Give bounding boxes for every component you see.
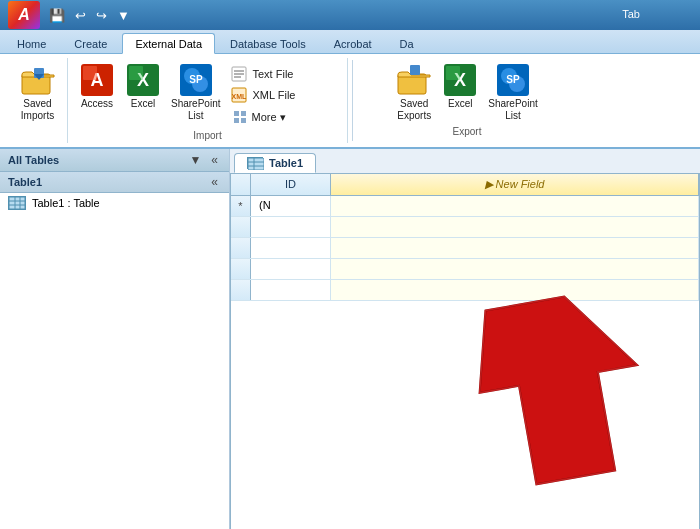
tab-da[interactable]: Da bbox=[387, 33, 427, 53]
excel-button[interactable]: X Excel bbox=[122, 60, 164, 112]
svg-rect-38 bbox=[248, 158, 264, 170]
svg-text:SP: SP bbox=[189, 74, 203, 85]
grid-row-empty-4 bbox=[231, 280, 699, 301]
ribbon-body: SavedImports A Access bbox=[0, 54, 700, 149]
xml-file-icon: XML bbox=[230, 86, 248, 104]
tab-table-icon bbox=[247, 157, 263, 169]
datasheet-tab-label: Table1 bbox=[269, 157, 303, 169]
svg-rect-20 bbox=[241, 111, 246, 116]
new-field-label: New Field bbox=[496, 178, 545, 190]
grid-header-id: ID bbox=[251, 174, 331, 195]
datasheet-tab-table1[interactable]: Table1 bbox=[234, 153, 316, 173]
datasheet-area: Table1 ID ▶ New Field * (N bbox=[230, 149, 700, 529]
text-file-label: Text File bbox=[252, 68, 293, 80]
sharepoint-button[interactable]: SP SharePointList bbox=[168, 60, 223, 124]
text-file-icon bbox=[230, 65, 248, 83]
import-group: A Access X Excel bbox=[68, 58, 348, 143]
datasheet-tabs: Table1 bbox=[230, 149, 700, 173]
nav-section-collapse[interactable]: « bbox=[208, 175, 221, 189]
grid-cell-empty-id-3[interactable] bbox=[251, 259, 331, 279]
row-indicator-empty-3 bbox=[231, 259, 251, 279]
nav-item-table1[interactable]: Table1 : Table bbox=[0, 193, 229, 213]
excel-import-label: Excel bbox=[131, 98, 155, 110]
saved-exports-icon bbox=[396, 62, 432, 98]
grid-cell-id[interactable]: (N bbox=[251, 196, 331, 216]
grid-cell-new[interactable] bbox=[331, 196, 699, 216]
sharepoint-icon: SP bbox=[178, 62, 214, 98]
saved-exports-label: SavedExports bbox=[397, 98, 431, 122]
grid-row-empty-1 bbox=[231, 217, 699, 238]
datasheet-grid: ID ▶ New Field * (N bbox=[230, 173, 700, 529]
tab-acrobat[interactable]: Acrobat bbox=[321, 33, 385, 53]
nav-filter-btn[interactable]: ▼ bbox=[186, 153, 204, 167]
svg-rect-8 bbox=[129, 66, 143, 80]
svg-rect-28 bbox=[446, 66, 460, 80]
export-group: SavedExports X Excel bbox=[357, 58, 577, 143]
undo-btn[interactable]: ↩ bbox=[72, 6, 89, 25]
export-label: Export bbox=[365, 126, 569, 137]
saved-exports-button[interactable]: SavedExports bbox=[393, 60, 435, 124]
nav-section-title: Table1 bbox=[8, 176, 42, 188]
svg-rect-5 bbox=[83, 66, 97, 80]
saved-imports-button[interactable]: SavedImports bbox=[17, 60, 59, 124]
access-label: Access bbox=[81, 98, 113, 110]
nav-controls: ▼ « bbox=[186, 153, 221, 167]
saved-imports-content: SavedImports bbox=[17, 60, 59, 139]
grid-row-empty-2 bbox=[231, 238, 699, 259]
row-indicator-empty bbox=[231, 217, 251, 237]
grid-cell-empty-new-3[interactable] bbox=[331, 259, 699, 279]
grid-cell-empty-id-4[interactable] bbox=[251, 280, 331, 300]
text-file-button[interactable]: Text File bbox=[227, 64, 298, 84]
title-bar-left: A 💾 ↩ ↪ ▼ bbox=[8, 1, 133, 29]
excel-export-icon: X bbox=[442, 62, 478, 98]
tab-create[interactable]: Create bbox=[61, 33, 120, 53]
nav-pane: All Tables ▼ « Table1 « Table1 : Table bbox=[0, 149, 230, 529]
ribbon-divider bbox=[352, 60, 353, 141]
svg-rect-25 bbox=[410, 65, 420, 75]
more-icon bbox=[231, 108, 249, 126]
tab-database-tools[interactable]: Database Tools bbox=[217, 33, 319, 53]
window-title: Tab bbox=[622, 8, 640, 20]
grid-cell-empty-new-4[interactable] bbox=[331, 280, 699, 300]
more-button[interactable]: More ▾ bbox=[227, 106, 298, 128]
nav-section-table1: Table1 « bbox=[0, 172, 229, 193]
svg-rect-22 bbox=[241, 118, 246, 123]
row-indicator-empty-4 bbox=[231, 280, 251, 300]
nav-item-table1-label: Table1 : Table bbox=[32, 197, 100, 209]
sharepoint-import-label: SharePointList bbox=[171, 98, 220, 122]
grid-cell-empty-new[interactable] bbox=[331, 217, 699, 237]
grid-row-empty-3 bbox=[231, 259, 699, 280]
grid-cell-empty-id-2[interactable] bbox=[251, 238, 331, 258]
excel-export-label: Excel bbox=[448, 98, 472, 110]
grid-cell-empty-new-2[interactable] bbox=[331, 238, 699, 258]
sharepoint-export-icon: SP bbox=[495, 62, 531, 98]
grid-row-new: * (N bbox=[231, 196, 699, 217]
svg-rect-19 bbox=[234, 111, 239, 116]
table-icon bbox=[8, 196, 26, 210]
excel-export-button[interactable]: X Excel bbox=[439, 60, 481, 112]
sharepoint-export-button[interactable]: SP SharePointList bbox=[485, 60, 540, 124]
saved-imports-label: SavedImports bbox=[21, 98, 54, 122]
more-label: More ▾ bbox=[251, 111, 285, 124]
svg-rect-33 bbox=[9, 197, 25, 209]
nav-title: All Tables bbox=[8, 154, 59, 166]
saved-imports-icon bbox=[20, 62, 56, 98]
tab-external-data[interactable]: External Data bbox=[122, 33, 215, 54]
excel-icon: X bbox=[125, 62, 161, 98]
row-indicator-empty-2 bbox=[231, 238, 251, 258]
saved-imports-group: SavedImports bbox=[8, 58, 68, 143]
xml-file-button[interactable]: XML XML File bbox=[227, 85, 298, 105]
dropdown-btn[interactable]: ▼ bbox=[114, 6, 133, 25]
office-button[interactable]: A bbox=[8, 1, 40, 29]
sharepoint-export-label: SharePointList bbox=[488, 98, 537, 122]
quick-access-toolbar: 💾 ↩ ↪ ▼ bbox=[46, 6, 133, 25]
access-button[interactable]: A Access bbox=[76, 60, 118, 112]
nav-collapse-btn[interactable]: « bbox=[208, 153, 221, 167]
redo-btn[interactable]: ↪ bbox=[93, 6, 110, 25]
grid-cell-empty-id[interactable] bbox=[251, 217, 331, 237]
access-icon: A bbox=[79, 62, 115, 98]
row-indicator: * bbox=[231, 196, 251, 216]
grid-header-new-field[interactable]: ▶ New Field bbox=[331, 174, 699, 195]
tab-home[interactable]: Home bbox=[4, 33, 59, 53]
save-quick-btn[interactable]: 💾 bbox=[46, 6, 68, 25]
